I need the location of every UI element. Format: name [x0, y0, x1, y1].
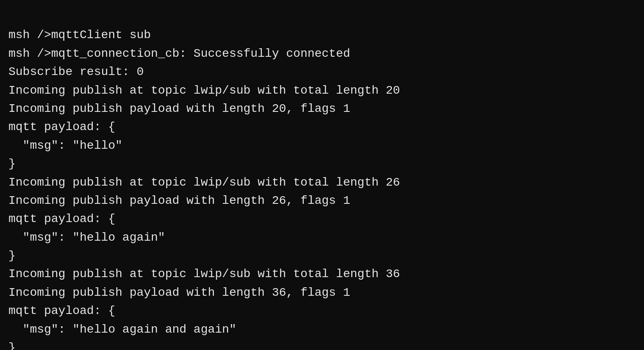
- terminal-line-11: "msg": "hello again": [8, 228, 636, 247]
- terminal-line-10: mqtt payload: {: [8, 210, 636, 228]
- terminal-line-5: mqtt payload: {: [8, 118, 636, 136]
- terminal-line-12: }: [8, 247, 636, 265]
- terminal-line-4: Incoming publish payload with length 20,…: [8, 100, 636, 118]
- terminal-line-0: msh />mqttClient sub: [8, 26, 636, 44]
- terminal-line-9: Incoming publish payload with length 26,…: [8, 192, 636, 210]
- terminal-line-8: Incoming publish at topic lwip/sub with …: [8, 173, 636, 192]
- terminal-line-6: "msg": "hello": [8, 136, 636, 155]
- terminal-line-14: Incoming publish payload with length 36,…: [8, 283, 636, 302]
- terminal-output: msh />mqttClient submsh />mqtt_connectio…: [0, 0, 644, 350]
- terminal-line-16: "msg": "hello again and again": [8, 320, 636, 339]
- terminal-line-3: Incoming publish at topic lwip/sub with …: [8, 81, 636, 100]
- terminal-line-1: msh />mqtt_connection_cb: Successfully c…: [8, 44, 636, 63]
- terminal-line-2: Subscribe result: 0: [8, 63, 636, 81]
- terminal-line-13: Incoming publish at topic lwip/sub with …: [8, 265, 636, 283]
- terminal-line-15: mqtt payload: {: [8, 302, 636, 320]
- terminal-line-7: }: [8, 155, 636, 173]
- terminal-line-17: }: [8, 339, 636, 350]
